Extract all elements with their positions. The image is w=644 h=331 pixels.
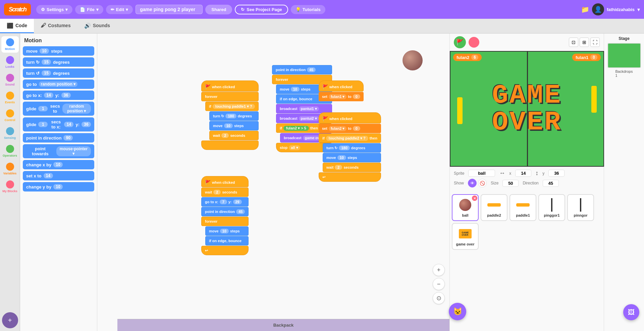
sprite-info-row2: Show 👁 🚫 Size Direction [454,179,600,187]
wait-2-5[interactable]: wait 2 seconds [323,163,381,172]
move-10-5[interactable]: move 10 steps [323,153,381,162]
stage-view-buttons: ⊡ ⊞ ⛶ [569,38,600,47]
show-hidden-button[interactable]: 🚫 [478,179,487,187]
shared-button[interactable]: Shared [205,5,232,14]
folder-icon[interactable]: 📁 [581,5,589,13]
goto-xy-2[interactable]: go to x: 7 y: 29 [201,197,249,207]
turn-180-1[interactable]: turn ↻ 180 degrees [209,111,259,121]
backdrops-info: Backdrops 1 [615,69,633,77]
green-flag-button[interactable]: 🚩 [454,36,466,48]
stage-mini-preview[interactable] [607,43,641,68]
sprite-card-paddle1[interactable]: paddle1 [509,194,536,221]
plus-icon: + [8,317,12,324]
large-stage-button[interactable]: ⊞ [580,38,589,47]
block-set-x[interactable]: set x to 14 [23,171,94,180]
small-stage-button[interactable]: ⊡ [569,38,578,47]
sidebar-item-events[interactable]: Events [1,90,19,106]
wait-2-2[interactable]: wait 2 seconds [201,187,249,197]
block-move[interactable]: move 10 steps [23,46,94,56]
project-name-input[interactable] [136,5,203,14]
tab-costumes[interactable]: 🖌 Costumes [34,19,77,33]
settings-button[interactable]: ⚙ Settings ▾ [36,5,72,14]
sprite-delete-ball[interactable]: ✕ [472,196,477,201]
zoom-reset-button[interactable]: ⊙ [433,292,445,304]
block-point-towards[interactable]: point towards mouse-pointer ▾ [23,144,94,158]
add-backdrop-button[interactable]: 🖼 [623,304,639,320]
tab-sounds[interactable]: 🔊 Sounds [77,19,117,33]
backpack[interactable]: Backpack [117,319,449,331]
turn-180-5[interactable]: turn ↻ 180 degrees [323,143,381,153]
sidebar: Motion Looks Sound Events Control Sensin… [0,34,20,331]
zoom-out-button[interactable]: − [433,278,445,290]
looks-dot [6,56,14,64]
zoom-in-button[interactable]: + [433,264,445,276]
sidebar-item-variables[interactable]: Variables [1,161,19,177]
move-10-2[interactable]: move 10 steps [205,226,249,236]
when-flag-clicked-1[interactable]: 🚩 when clicked [201,80,259,92]
set-fulan2-0[interactable]: set fulan2 ▾ to 0 [319,124,381,133]
block-point-dir[interactable]: point in direction 90 [23,133,94,143]
sprite-thumb-game-over: GAMEOVER [458,227,472,241]
fullscreen-button[interactable]: ⛶ [590,38,600,47]
sidebar-item-control[interactable]: Control [1,107,19,124]
wait-2-1[interactable]: wait 2 seconds [209,131,259,140]
events-dot [6,92,14,100]
block-goto-xy[interactable]: go to x: 14 y: 36 [23,91,94,100]
move-10-1[interactable]: move 10 steps [209,121,259,130]
block-goto[interactable]: go to random position ▾ [23,79,94,89]
when-flag-clicked-5[interactable]: 🚩 when clicked [319,112,381,123]
block-change-x[interactable]: change x by 10 [23,160,94,169]
set-fulan1-0[interactable]: set fulan1 ▾ to 0 [319,92,364,101]
sprite-card-pinngor[interactable]: pinngor [567,194,594,221]
when-flag-clicked-2[interactable]: 🚩 when clicked [201,176,249,187]
sprite-card-ball[interactable]: ✕ ball [452,194,479,221]
block-turn-ccw[interactable]: turn ↺ 15 degrees [23,68,94,78]
add-extension-button[interactable]: + [2,312,18,328]
scripting-area[interactable]: 🚩 when clicked forever if touching paddl… [97,34,449,331]
sprite-card-pinggor1[interactable]: pinggor1 [538,194,565,221]
tutorials-button[interactable]: 💡 Tutorials [291,5,325,14]
sidebar-item-looks[interactable]: Looks [1,54,19,70]
block-glide-to[interactable]: glide 1 secs to random position ▾ [23,102,94,116]
edit-button[interactable]: ✏ Edit ▾ [106,5,133,14]
forever-block-1[interactable]: forever [201,92,259,101]
motion-dot [6,38,14,46]
avatar[interactable]: 👤 [592,3,604,15]
script-stack-2: 🚩 when clicked wait 2 seconds go to x: 7… [201,176,249,255]
add-sprite-button[interactable]: 😺 [449,303,466,320]
tab-code[interactable]: ⬛ Code [0,19,34,33]
see-project-button[interactable]: ↻ See Project Page [235,5,288,14]
sidebar-item-operators[interactable]: Operators [1,143,19,159]
file-button[interactable]: 📄 File ▾ [75,5,103,14]
user-chevron-icon[interactable]: ▾ [637,6,640,13]
sprite-card-paddle2[interactable]: paddle2 [481,194,507,221]
point-dir-45-2[interactable]: point in direction 45 [201,207,249,216]
sidebar-item-sound[interactable]: Sound [1,72,19,88]
block-turn-cw[interactable]: turn ↻ 15 degrees [23,57,94,67]
sprite-size-field[interactable] [502,180,519,187]
sprite-card-game-over[interactable]: GAMEOVER game over [452,223,479,250]
sidebar-item-motion[interactable]: Motion [1,36,19,53]
if-touching-paddle2[interactable]: if touching paddle2 ▾ ? then [319,133,381,143]
show-visible-button[interactable]: 👁 [468,179,477,187]
bounce-2[interactable]: if on edge, bounce [205,236,249,245]
sprite-x-field[interactable] [515,170,531,177]
lightbulb-icon: 💡 [296,7,301,12]
stop-button[interactable] [469,37,479,48]
when-flag-clicked-4[interactable]: 🚩 when clicked [319,80,364,92]
block-glide-xy[interactable]: glide 1 secs to x: 14 y: 36 [23,117,94,131]
stage-panel: 🚩 ⊡ ⊞ ⛶ fulan2 6 fulan1 0 GAME OVE [449,34,604,331]
sidebar-item-my-blocks[interactable]: My Blocks [1,178,19,195]
forever-2[interactable]: forever [201,217,249,226]
point-dir-45-3[interactable]: point in direction 45 [272,65,332,74]
main-layout: Motion Looks Sound Events Control Sensin… [0,34,644,331]
broadcast-pantui1[interactable]: broadcast pantui1 ▾ [276,104,332,113]
if-touching-paddle1[interactable]: if touching paddle1 ▾ ? [205,102,259,111]
sprite-direction-field[interactable] [543,180,559,187]
end-forever-2: ↩ [201,246,249,255]
sidebar-item-sensing[interactable]: Sensing [1,125,19,142]
block-change-y[interactable]: change y by 10 [23,182,94,191]
sprite-y-field[interactable] [548,170,565,177]
scratch-logo[interactable]: Scratch [4,3,31,15]
sprite-name-field[interactable] [468,170,495,177]
